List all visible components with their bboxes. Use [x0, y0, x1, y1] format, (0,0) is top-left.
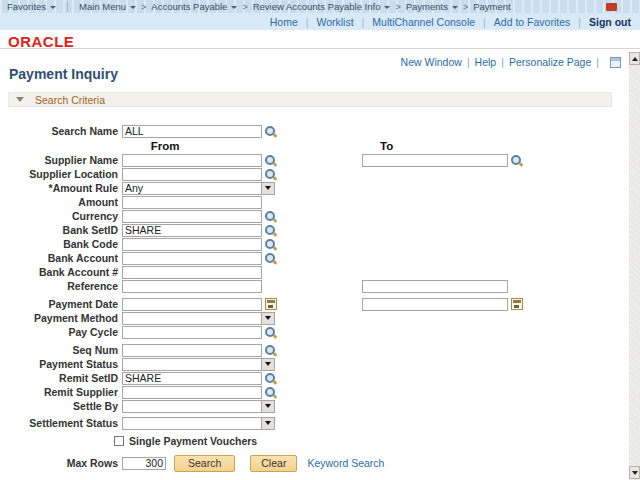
help-link[interactable]: Help: [475, 56, 497, 68]
breadcrumb-item-payment[interactable]: Payment: [473, 1, 511, 12]
chevron-down-icon: [384, 6, 390, 9]
bank-code-input[interactable]: [122, 238, 262, 251]
field-row-amount-rule: *Amount Rule Any: [0, 181, 629, 195]
payment-date-label: Payment Date: [0, 298, 122, 310]
search-criteria-form: Search Name From To Supplier Name Suppli…: [0, 124, 629, 472]
field-row-reference: Reference: [0, 279, 629, 293]
payment-date-to-calendar-icon[interactable]: [511, 298, 523, 310]
add-to-favorites-link[interactable]: Add to Favorites: [494, 16, 570, 28]
amount-rule-value: Any: [123, 183, 261, 194]
amount-input[interactable]: [122, 196, 262, 209]
scroll-up-arrow-icon[interactable]: [629, 52, 640, 65]
scroll-down-arrow-icon[interactable]: [629, 466, 640, 479]
breadcrumb-separator-icon: [242, 2, 247, 12]
breadcrumb-favorites[interactable]: Favorites: [7, 1, 56, 12]
single-payment-vouchers-checkbox[interactable]: [114, 436, 124, 446]
payment-method-select[interactable]: [122, 312, 275, 325]
bank-account-num-input[interactable]: [122, 266, 262, 279]
clear-button[interactable]: Clear: [250, 455, 297, 472]
new-window-link[interactable]: New Window: [401, 56, 462, 68]
chevron-down-icon: [130, 6, 136, 9]
pay-cycle-label: Pay Cycle: [0, 326, 122, 338]
supplier-name-input[interactable]: [122, 154, 262, 167]
keyword-search-link[interactable]: Keyword Search: [307, 457, 384, 469]
seq-num-lookup-icon[interactable]: [264, 344, 277, 357]
search-button[interactable]: Search: [174, 455, 235, 472]
breadcrumb-main-menu[interactable]: Main Menu: [79, 1, 136, 12]
worklist-link[interactable]: Worklist: [316, 16, 353, 28]
page-title: Payment Inquiry: [9, 66, 118, 82]
field-row-payment-date: Payment Date: [0, 297, 629, 311]
amount-rule-select[interactable]: Any: [122, 182, 275, 195]
single-payment-vouchers-row: Single Payment Vouchers: [0, 434, 629, 448]
remit-supplier-lookup-icon[interactable]: [264, 386, 277, 399]
remit-supplier-input[interactable]: [122, 386, 262, 399]
field-row-amount: Amount: [0, 195, 629, 209]
reference-input[interactable]: [122, 280, 262, 293]
dropdown-arrow-icon[interactable]: [261, 418, 274, 429]
sign-out-link[interactable]: Sign out: [589, 16, 631, 28]
chevron-down-icon: [50, 6, 56, 9]
pay-cycle-lookup-icon[interactable]: [264, 326, 277, 339]
remit-setid-input[interactable]: [122, 372, 262, 385]
currency-input[interactable]: [122, 210, 262, 223]
bank-setid-input[interactable]: [122, 224, 262, 237]
bank-setid-label: Bank SetID: [0, 224, 122, 236]
multichannel-console-link[interactable]: MultiChannel Console: [372, 16, 475, 28]
supplier-name-to-input[interactable]: [362, 154, 508, 167]
settlement-status-value: [123, 418, 261, 429]
settle-by-select[interactable]: [122, 400, 275, 413]
from-column-header: From: [124, 140, 206, 152]
field-row-settle-by: Settle By: [0, 399, 629, 413]
link-separator: [467, 56, 470, 68]
currency-lookup-icon[interactable]: [264, 210, 277, 223]
dropdown-arrow-icon[interactable]: [261, 401, 274, 412]
search-name-label: Search Name: [0, 125, 122, 137]
chevron-down-icon: [452, 6, 458, 9]
settlement-status-select[interactable]: [122, 417, 275, 430]
max-rows-input[interactable]: [122, 457, 166, 470]
breadcrumb-item-review-ap-info[interactable]: Review Accounts Payable Info: [253, 1, 391, 12]
section-title: Search Criteria: [35, 94, 105, 106]
bank-setid-lookup-icon[interactable]: [264, 224, 277, 237]
search-name-input[interactable]: [122, 125, 262, 138]
pay-cycle-input[interactable]: [122, 326, 262, 339]
bank-account-lookup-icon[interactable]: [264, 252, 277, 265]
collapse-triangle-icon[interactable]: [16, 97, 24, 102]
bank-account-input[interactable]: [122, 252, 262, 265]
chevron-down-icon: [231, 6, 237, 9]
field-row-bank-code: Bank Code: [0, 237, 629, 251]
payment-status-select[interactable]: [122, 358, 275, 371]
bank-code-lookup-icon[interactable]: [264, 238, 277, 251]
payment-date-input[interactable]: [122, 298, 262, 311]
payment-method-value: [123, 313, 261, 324]
vertical-scrollbar[interactable]: [629, 52, 640, 480]
supplier-name-label: Supplier Name: [0, 154, 122, 166]
dropdown-arrow-icon[interactable]: [261, 359, 274, 370]
personalize-page-link[interactable]: Personalize Page: [509, 56, 591, 68]
bank-code-label: Bank Code: [0, 238, 122, 250]
settle-by-value: [123, 401, 261, 412]
breadcrumb-item-payments[interactable]: Payments: [406, 1, 458, 12]
breadcrumb-item-label: Payment: [473, 1, 511, 12]
seq-num-input[interactable]: [122, 344, 262, 357]
supplier-location-lookup-icon[interactable]: [264, 168, 277, 181]
supplier-name-lookup-icon[interactable]: [264, 154, 277, 167]
home-link[interactable]: Home: [270, 16, 298, 28]
notification-window-icon[interactable]: [610, 57, 621, 68]
payment-date-calendar-icon[interactable]: [265, 298, 277, 310]
dropdown-arrow-icon[interactable]: [261, 183, 274, 194]
supplier-location-input[interactable]: [122, 168, 262, 181]
remit-setid-lookup-icon[interactable]: [264, 372, 277, 385]
breadcrumb-divider: [67, 2, 68, 11]
reference-to-input[interactable]: [362, 280, 508, 293]
breadcrumb-separator-icon: [395, 2, 400, 12]
payment-date-to-input[interactable]: [362, 298, 508, 311]
supplier-name-to-lookup-icon[interactable]: [510, 154, 523, 167]
payment-method-label: Payment Method: [0, 312, 122, 324]
breadcrumb-item-accounts-payable[interactable]: Accounts Payable: [151, 1, 237, 12]
header-divider: [0, 48, 640, 49]
search-name-lookup-icon[interactable]: [264, 125, 277, 138]
footer-actions-row: Max Rows Search Clear Keyword Search: [0, 454, 629, 472]
dropdown-arrow-icon[interactable]: [261, 313, 274, 324]
